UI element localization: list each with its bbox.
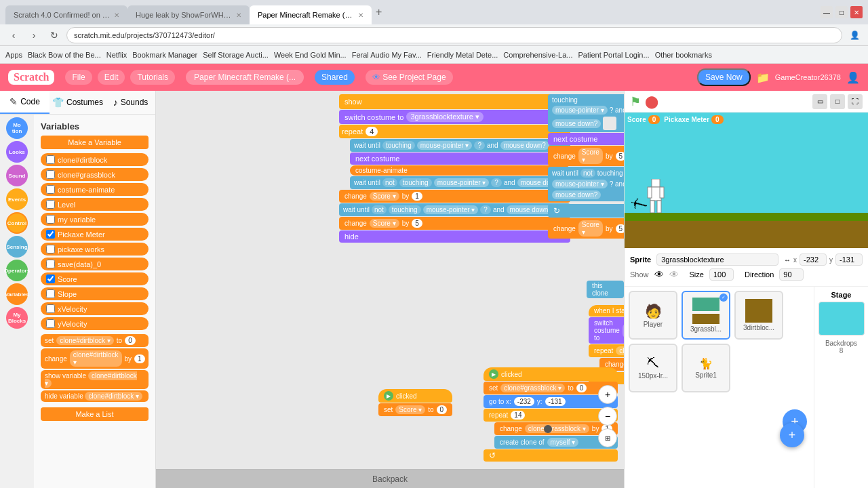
see-project-button[interactable]: 👁 See Project Page [366, 70, 453, 85]
switch-costume-block[interactable]: switch costume to 3grassblocktexture ▾ [339, 110, 570, 124]
category-myblocks[interactable]: My Blocks [6, 307, 28, 329]
bookmark-8[interactable]: Comprehensive-La... [503, 51, 572, 59]
wait-until-not-block-3[interactable]: wait until not touching mouse-pointer ▾ … [548, 167, 624, 201]
delete-clone-block[interactable]: ↻ [548, 204, 624, 218]
small-stage-button[interactable]: ▭ [812, 94, 827, 109]
zoom-in-button[interactable]: + [598, 385, 617, 404]
category-operators[interactable]: Operators [6, 260, 28, 281]
wait-until-not-block[interactable]: wait until not touching mouse-pointer ▾ … [350, 176, 570, 189]
tab-sounds[interactable]: ♪ Sounds [106, 91, 155, 114]
var-slope-check[interactable] [46, 289, 55, 298]
change-score-5-block-2[interactable]: change Score ▾ by 5 [548, 146, 624, 166]
change-score-5-block[interactable]: change Score ▾ by 5 [339, 217, 570, 230]
var-yvelocity-check[interactable] [46, 319, 55, 328]
zoom-fit-button[interactable]: ⊞ [598, 428, 617, 447]
change-score-1-block[interactable]: change Score ▾ by 1 [339, 190, 570, 203]
sprite-name-input[interactable] [656, 253, 778, 266]
var-xvelocity[interactable]: xVelocity [41, 302, 149, 315]
var-xvelocity-check[interactable] [46, 304, 55, 313]
var-clone-grass[interactable]: clone#grassblock [41, 168, 149, 181]
var-level[interactable]: Level [41, 198, 149, 211]
forward-button[interactable]: › [26, 27, 42, 43]
tab-3-close[interactable]: ✕ [358, 12, 363, 19]
show-eye-on[interactable]: 👁 [654, 269, 664, 280]
bookmark-1[interactable]: Black Bow of the Be... [28, 51, 101, 59]
make-variable-button[interactable]: Make a Variable [41, 136, 149, 149]
bookmark-6[interactable]: Feral Audio My Fav... [352, 51, 422, 59]
maximize-button[interactable]: □ [835, 6, 848, 18]
sprite-3dirtblock[interactable]: 3dirtbloc... [734, 291, 783, 340]
tab-1[interactable]: Scratch 4.0 Confirmed! on Scra... ✕ [5, 5, 127, 24]
normal-stage-button[interactable]: □ [830, 94, 845, 109]
var-pickaxe-works-check[interactable] [46, 245, 55, 253]
folder-icon[interactable]: 📁 [756, 71, 770, 84]
switch-costume-clone-block[interactable]: switch costume to 3grassblocktexture ▾ [589, 317, 624, 344]
repeat-4-block[interactable]: repeat 4 [339, 125, 570, 138]
block-group-1[interactable]: show switch costume to 3grassblocktextur… [339, 94, 570, 243]
nav-tutorials[interactable]: Tutorials [130, 70, 175, 85]
block-group-2[interactable]: touching mouse-pointer ▾ ? and mouse dow… [548, 94, 624, 239]
next-costume-block-2[interactable]: next costume [548, 133, 624, 145]
next-costume-block[interactable]: next costume [350, 152, 570, 165]
close-button[interactable]: ✕ [850, 6, 863, 18]
refresh-button[interactable]: ↻ [46, 27, 62, 43]
nav-edit[interactable]: Edit [98, 70, 125, 85]
when-start-clone-block[interactable]: when I start as a clone [589, 305, 624, 317]
change-score-5-block-3[interactable]: change Score ▾ by 5 [548, 218, 624, 239]
project-name[interactable]: Paper Minecraft Remake (... [186, 70, 304, 85]
var-clone-grass-check[interactable] [46, 170, 55, 179]
stage-mini-thumbnail[interactable] [818, 302, 865, 336]
hide-block[interactable]: hide [339, 230, 570, 243]
bookmark-9[interactable]: Patient Portal Login... [578, 51, 649, 59]
var-slope[interactable]: Slope [41, 287, 149, 300]
var-savedata[interactable]: save(data)_0 [41, 258, 149, 270]
hide-variable-block[interactable]: hide variable clone#dirtblock ▾ [41, 390, 149, 402]
block-group-setscore[interactable]: ▶ clicked set Score ▾ to 0 [378, 389, 452, 417]
url-bar[interactable] [66, 27, 842, 43]
var-pickaxe-meter[interactable]: Pickaxe Meter [41, 228, 149, 241]
tab-code[interactable]: ✎ Code [0, 91, 50, 114]
var-level-check[interactable] [46, 200, 55, 209]
shared-button[interactable]: Shared [315, 70, 355, 85]
minimize-button[interactable]: — [821, 6, 833, 18]
var-myvariable-check[interactable] [46, 215, 55, 224]
var-myvariable[interactable]: my variable [41, 213, 149, 226]
var-pickaxe-works[interactable]: pickaxe works [41, 243, 149, 256]
var-costume-animate-check[interactable] [46, 185, 55, 194]
add-sprite-fab[interactable]: + [780, 423, 804, 447]
fullscreen-button[interactable]: ⛶ [848, 94, 863, 109]
category-sensing[interactable]: Sensing [6, 236, 28, 258]
change-clone-dirt-block[interactable]: change clone#dirtblock ▾ by 1 [41, 348, 149, 369]
canvas-inner[interactable]: show switch costume to 3grassblocktextur… [156, 91, 624, 488]
category-variables[interactable]: Variables [6, 283, 28, 305]
this-clone-block[interactable]: this clone [587, 281, 624, 298]
var-savedata-check[interactable] [46, 260, 55, 268]
bookmark-2[interactable]: Netflix [106, 51, 127, 59]
zoom-out-button[interactable]: − [598, 407, 617, 426]
nav-file[interactable]: File [65, 70, 92, 85]
var-score[interactable]: Score [41, 272, 149, 285]
show-eye-off[interactable]: 👁 [669, 269, 679, 280]
block-group-clone[interactable]: this clone [587, 281, 624, 299]
when-clicked-block-2[interactable]: ▶ clicked [378, 389, 452, 403]
save-now-button[interactable]: Save Now [697, 68, 751, 86]
sprite-player[interactable]: 🧑 Player [629, 291, 677, 340]
var-yvelocity[interactable]: yVelocity [41, 317, 149, 330]
stop-button[interactable]: ⬤ [645, 94, 658, 109]
profile-button[interactable]: 👤 [846, 27, 863, 43]
category-sound[interactable]: Sound [6, 165, 28, 186]
when-clicked-block[interactable]: ▶ clicked [484, 367, 618, 381]
tab-1-close[interactable]: ✕ [114, 12, 119, 19]
sprite-3grassblock[interactable]: ✓ 3grassbl... [682, 291, 730, 340]
tab-2-close[interactable]: ✕ [236, 12, 241, 19]
category-events[interactable]: Events [6, 188, 28, 210]
direction-input[interactable] [779, 268, 804, 281]
costume-animate-block[interactable]: costume-animate [350, 165, 570, 176]
show-block[interactable]: show [339, 94, 570, 109]
var-clone-dirt[interactable]: clone#dirtblock [41, 153, 149, 166]
sprite-sprite1[interactable]: 🐈 Sprite1 [682, 344, 730, 392]
var-score-check[interactable] [46, 274, 55, 283]
size-input[interactable] [709, 268, 734, 281]
x-input[interactable] [800, 253, 827, 266]
set-score-block[interactable]: set Score ▾ to 0 [378, 403, 452, 416]
